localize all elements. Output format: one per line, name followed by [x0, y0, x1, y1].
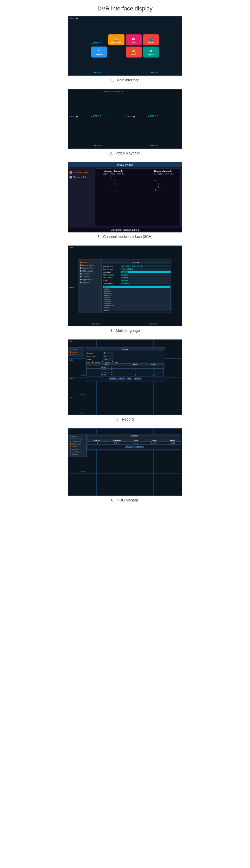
sidebar-import-export[interactable]: Import/Export	[78, 278, 101, 281]
rec-cell-13: CAM13JOOAN	[68, 396, 97, 415]
vp-cam-1: CAM01 🔒	[69, 116, 78, 118]
lang-hungarian[interactable]: HUNGARIAN	[103, 305, 170, 307]
lang-italian[interactable]: ITALIAN	[103, 288, 170, 290]
lang-francais[interactable]: FRANÇAIS	[103, 294, 170, 297]
caption-channel-mode: 3、Channel mode interface (8CH)	[97, 235, 153, 239]
section-multi-language: CAM01 JOOAN JOOAN CAM09 JOOAN CAM13 JOOA…	[0, 246, 250, 335]
hdd-table-row: 1-1 1.61 TB Normal Read/Writ 1.59 TB	[88, 441, 181, 444]
vp-brand-3: JOOAN	[91, 144, 102, 147]
hdd-cell-9	[68, 473, 97, 496]
lang-turkish[interactable]: TÜRKIYE	[103, 292, 170, 294]
lang-deutsch[interactable]: Deutsch	[103, 297, 170, 299]
mode-manual-radio[interactable]	[102, 361, 103, 363]
channel-mode-footer: Maximum Playback large: 8	[68, 227, 182, 232]
vp-cell-1: 2019-10-04 17:53:31 Fri CAM01 🔒 JOOAN	[68, 89, 125, 119]
btn-default[interactable]: Default	[109, 377, 117, 380]
mode-stop-radio[interactable]	[112, 361, 113, 363]
rec-cell-16	[154, 396, 182, 415]
lang-poland[interactable]: POLAND	[103, 301, 170, 303]
caption-multi-language: 4、Multi-language	[110, 329, 140, 333]
lang-romanian[interactable]: Romanian	[103, 303, 170, 305]
hdd-sb-hdd[interactable]: HDD Manage	[69, 443, 86, 445]
hdd-sb-advanced[interactable]: Advanced	[69, 448, 86, 451]
channel-status-item: Channel status	[70, 176, 93, 179]
hdd-sidebar: General Display setting Channel Title HD…	[69, 434, 87, 457]
analog-channels-label: Analog channels	[103, 170, 125, 173]
table-row: 00 : 00 ~ 24 : 00 ☐ ☐	[87, 368, 164, 371]
menu-item-alarm[interactable]: 🔔 Alarm	[126, 47, 142, 58]
vp-brand-2: JOOAN	[148, 115, 159, 117]
lang-turkiye[interactable]: TÜRKIYE	[103, 299, 170, 301]
system-main-panel: System System Time 2019 - 11 - 26 16 : 0…	[102, 259, 172, 313]
vp-cell-2: CAM02 🔒 JOOAN	[125, 89, 182, 119]
vp-cell-3: JOOAN	[68, 119, 125, 149]
sidebar-upgrade[interactable]: Upgrade	[78, 281, 101, 284]
brand-label-4: JOOAN	[148, 71, 159, 74]
brand-label-3: JOOAN	[91, 71, 102, 74]
hdd-sb-general[interactable]: General	[69, 435, 86, 437]
hdd-cell-7	[125, 451, 154, 473]
ml-cam-1: CAM01	[69, 247, 74, 248]
record-panel-title: Record	[85, 347, 165, 351]
lang-suomi[interactable]: SUOMI	[103, 307, 170, 309]
lang-arabic[interactable]: العربية	[103, 309, 170, 311]
sidebar-account[interactable]: Account	[78, 272, 101, 275]
rec-sb-record[interactable]: Record	[69, 351, 84, 353]
lang-espanol[interactable]: ESPAÑOL	[103, 290, 170, 292]
page-title: DVR interface display	[0, 0, 250, 16]
hdd-sb-account[interactable]: Account	[69, 445, 86, 448]
caption-hdd-manage: 6、HDD Manage	[111, 498, 139, 503]
table-row: 00 : 00 ~ 24 : 00 ☐ ☐	[87, 374, 164, 376]
main-menu-overlay: 🏠 Main notice ✉ Info 📹 Record 🔧 Network …	[91, 34, 159, 58]
table-row: 00 : 00 ~ 24 : 00 ☐ ☐	[87, 366, 164, 368]
ml-cam-3: CAM09	[69, 287, 74, 288]
record-sidebar: Stream Record Backup	[69, 347, 84, 357]
channel-mode-title: Mode switch	[68, 162, 182, 167]
hdd-sb-import[interactable]: Import/Export	[69, 451, 86, 453]
hdd-cell-11	[125, 473, 154, 496]
rec-sb-stream[interactable]: Stream	[69, 348, 84, 351]
record-table: Time Mode Detect 00 : 00 ~ 24 : 00 ☐ ☐	[86, 364, 164, 376]
section-main-interface: CAM01 🔒 JOOAN JOOAN JOOAN JOOAN 🏠 Main n…	[0, 16, 250, 84]
sidebar-general[interactable]: General	[78, 261, 101, 264]
menu-item-info[interactable]: ✉ Info	[126, 34, 142, 45]
sidebar-hdd[interactable]: HDD Manage	[78, 270, 101, 272]
btn-detect[interactable]: Detect	[135, 445, 144, 448]
system-panel-title: System	[103, 261, 171, 264]
menu-item-mainnotice[interactable]: 🏠 Main notice	[108, 34, 124, 45]
screen-main-interface: CAM01 🔒 JOOAN JOOAN JOOAN JOOAN 🏠 Main n…	[68, 16, 182, 76]
caption-video-playback: 2、Video playback	[110, 151, 140, 156]
sidebar-channel-title[interactable]: Channel Title	[78, 267, 101, 270]
record-panel: Record Channel 1 Length/min 60 Week Tue	[85, 347, 165, 381]
hdd-panel: System Disk Nu DiskSpace Status Property…	[87, 434, 181, 450]
screen-video-playback: 2019-10-04 17:53:31 Fri CAM01 🔒 JOOAN CA…	[68, 89, 182, 149]
screen-record: CAM01JOOAN CAM05JOOAN CAM09JOOAN CAM13JO…	[68, 339, 182, 415]
btn-ok[interactable]: OK	[127, 377, 132, 380]
hdd-sb-upgrade[interactable]: Upgrade	[69, 453, 86, 456]
btn-format[interactable]: Format	[125, 445, 134, 448]
channel-type-item: ChannelType	[70, 171, 93, 174]
hdd-cell-12	[154, 473, 182, 496]
hdd-cell-8	[154, 451, 182, 473]
cam-label-1: CAM01 🔒	[69, 18, 78, 20]
system-menu-overlay: General Display setting Channel Title HD…	[78, 259, 172, 313]
menu-item-record[interactable]: 📹 Record	[143, 34, 159, 45]
hdd-sb-channel[interactable]: Channel Title	[69, 440, 86, 443]
menu-item-system[interactable]: ⚙ System	[143, 47, 159, 58]
rec-sb-backup[interactable]: Backup	[69, 353, 84, 356]
mode-schedu-radio[interactable]	[92, 361, 94, 363]
datetime-label: 2019-10-04 17:53:31 Fri	[101, 91, 123, 93]
hdd-sb-display[interactable]: Display setting	[69, 437, 86, 440]
rec-cell-14	[97, 396, 125, 415]
btn-copy[interactable]: Copy	[118, 377, 125, 380]
hdd-cell-10	[97, 473, 125, 496]
caption-main-interface: 1、Main interface	[111, 78, 139, 83]
section-hdd-manage: 01JOOAN A05JOOAN General Display setting…	[0, 428, 250, 504]
table-row: 00 : 00 ~ 24 : 00 ☐ ☐	[87, 371, 164, 374]
lang-english[interactable]: ENGLISH	[103, 286, 170, 288]
sidebar-display[interactable]: Display setting	[78, 264, 101, 267]
sidebar-advanced[interactable]: Advanced	[78, 275, 101, 278]
language-dropdown[interactable]: ENGLISH ITALIAN ESPAÑOL TÜRKIYE FRANÇAIS…	[103, 285, 171, 311]
btn-cancel[interactable]: Cancel	[134, 377, 142, 380]
menu-item-network[interactable]: 🔧 Network	[91, 47, 107, 58]
